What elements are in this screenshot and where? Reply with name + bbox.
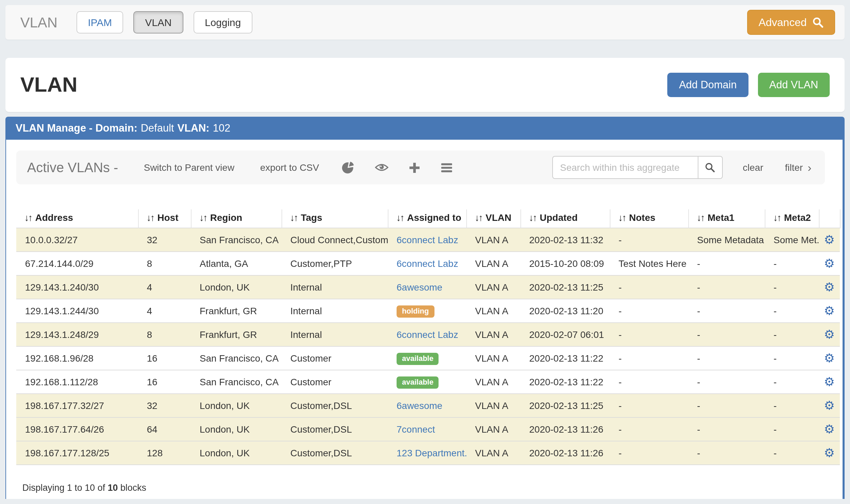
cell-updated: 2020-02-13 11:26 (520, 441, 610, 465)
column-header-label: Notes (629, 212, 655, 223)
column-header-updated[interactable]: ↓↑Updated (520, 210, 610, 228)
cell-updated: 2020-02-13 11:20 (520, 299, 610, 323)
cell-meta1: Some Metadata 1 (688, 228, 765, 252)
search-icon (705, 162, 715, 173)
assigned-resource-link[interactable]: 6connect Labz (396, 258, 458, 269)
sort-icon: ↓↑ (146, 212, 154, 223)
cell-address: 10.0.0.32/27 (16, 228, 138, 252)
cell-updated: 2020-02-13 11:22 (520, 346, 610, 370)
cell-address: 129.143.1.244/30 (16, 299, 138, 323)
cell-tags: Customer (282, 346, 388, 370)
cell-notes: - (610, 370, 688, 394)
cell-actions: ⚙ (819, 346, 840, 370)
cell-notes: - (610, 417, 688, 441)
cell-address: 67.214.144.0/29 (16, 252, 138, 275)
cell-host: 32 (138, 394, 191, 417)
chevron-right-icon: › (808, 162, 811, 173)
table-row[interactable]: 198.167.177.32/2732London, UKCustomer,DS… (16, 394, 840, 417)
column-header-vlan[interactable]: ↓↑VLAN (466, 210, 520, 228)
list-icon[interactable] (441, 162, 453, 173)
cell-actions: ⚙ (819, 252, 840, 275)
table-row[interactable]: 10.0.0.32/2732San Francisco, CACloud Con… (16, 228, 840, 252)
table-row[interactable]: 192.168.1.112/2816San Francisco, CACusto… (16, 370, 840, 394)
column-header-host[interactable]: ↓↑Host (138, 210, 191, 228)
column-header-address[interactable]: ↓↑Address (16, 210, 138, 228)
assigned-resource-link[interactable]: 7connect (396, 424, 435, 435)
row-actions-gear-icon[interactable]: ⚙ (824, 281, 835, 294)
cell-meta2: - (765, 323, 819, 346)
cell-notes: Test Notes Here (610, 252, 688, 275)
row-actions-gear-icon[interactable]: ⚙ (824, 422, 835, 436)
cell-vlan: VLAN A (466, 346, 520, 370)
cell-vlan: VLAN A (466, 394, 520, 417)
table-row[interactable]: 198.167.177.64/2664London, UKCustomer,DS… (16, 417, 840, 441)
cell-region: Atlanta, GA (191, 252, 282, 275)
assigned-resource-link[interactable]: 123 Department... (396, 448, 466, 458)
search-input[interactable] (552, 156, 697, 179)
table-row[interactable]: 198.167.177.128/25128London, UKCustomer,… (16, 441, 840, 465)
add-domain-button[interactable]: Add Domain (668, 73, 748, 97)
column-header-notes[interactable]: ↓↑Notes (610, 210, 688, 228)
eye-icon[interactable] (375, 163, 389, 172)
pagination-total: 10 (108, 483, 118, 493)
cell-meta2: - (765, 299, 819, 323)
tab-logging[interactable]: Logging (193, 11, 252, 34)
pie-chart-icon[interactable] (342, 161, 355, 174)
sort-icon: ↓↑ (475, 212, 482, 223)
tab-vlan[interactable]: VLAN (134, 11, 183, 34)
filter-link-label: filter (785, 162, 803, 173)
brand-title: VLAN (20, 14, 57, 31)
assigned-resource-link[interactable]: 6awesome (396, 400, 442, 411)
assigned-resource-link[interactable]: 6connect Labz (396, 329, 458, 340)
row-actions-gear-icon[interactable]: ⚙ (824, 304, 835, 318)
add-vlan-button[interactable]: Add VLAN (758, 73, 830, 97)
cell-tags: Customer,DSL (282, 441, 388, 465)
cell-region: San Francisco, CA (191, 228, 282, 252)
column-header-meta2[interactable]: ↓↑Meta2 (765, 210, 819, 228)
advanced-search-button[interactable]: Advanced (747, 10, 835, 35)
filter-link[interactable]: filter › (785, 162, 811, 173)
column-header-region[interactable]: ↓↑Region (191, 210, 282, 228)
cell-assigned-to: available (388, 370, 466, 394)
column-header-label: Region (210, 212, 242, 223)
cell-notes: - (610, 346, 688, 370)
row-actions-gear-icon[interactable]: ⚙ (824, 257, 835, 270)
plus-icon[interactable] (409, 162, 421, 173)
table-row[interactable]: 67.214.144.0/298Atlanta, GACustomer,PTP6… (16, 252, 840, 275)
table-row[interactable]: 192.168.1.96/2816San Francisco, CACustom… (16, 346, 840, 370)
assigned-resource-link[interactable]: 6awesome (396, 282, 442, 293)
row-actions-gear-icon[interactable]: ⚙ (824, 352, 835, 365)
cell-tags: Customer,DSL (282, 394, 388, 417)
row-actions-gear-icon[interactable]: ⚙ (824, 328, 835, 341)
cell-address: 192.168.1.112/28 (16, 370, 138, 394)
column-header-assigned-to[interactable]: ↓↑Assigned to (388, 210, 466, 228)
sort-icon: ↓↑ (773, 212, 781, 223)
table-row[interactable]: 129.143.1.248/298Frankfurt, GRInternal6c… (16, 323, 840, 346)
sort-icon: ↓↑ (290, 212, 298, 223)
cell-meta1: - (688, 275, 765, 299)
cell-vlan: VLAN A (466, 417, 520, 441)
cell-meta1: - (688, 370, 765, 394)
export-csv-link[interactable]: export to CSV (260, 162, 319, 173)
search-button[interactable] (697, 156, 723, 179)
clear-link[interactable]: clear (743, 162, 763, 173)
row-actions-gear-icon[interactable]: ⚙ (824, 399, 835, 412)
cell-actions: ⚙ (819, 441, 840, 465)
cell-vlan: VLAN A (466, 275, 520, 299)
switch-parent-view-link[interactable]: Switch to Parent view (144, 162, 234, 173)
row-actions-gear-icon[interactable]: ⚙ (824, 375, 835, 389)
cell-notes: - (610, 323, 688, 346)
row-actions-gear-icon[interactable]: ⚙ (824, 233, 835, 247)
tab-ipam[interactable]: IPAM (76, 11, 124, 34)
table-row[interactable]: 129.143.1.244/304Frankfurt, GRInternalho… (16, 299, 840, 323)
search-group: clear filter › (552, 156, 814, 179)
cell-assigned-to: 6awesome (388, 394, 466, 417)
cell-notes: - (610, 228, 688, 252)
column-header-meta1[interactable]: ↓↑Meta1 (688, 210, 765, 228)
row-actions-gear-icon[interactable]: ⚙ (824, 446, 835, 460)
column-header-tags[interactable]: ↓↑Tags (282, 210, 388, 228)
cell-host: 128 (138, 441, 191, 465)
table-row[interactable]: 129.143.1.240/304London, UKInternal6awes… (16, 275, 840, 299)
assigned-resource-link[interactable]: 6connect Labz (396, 234, 458, 245)
column-header-label: Host (157, 212, 178, 223)
